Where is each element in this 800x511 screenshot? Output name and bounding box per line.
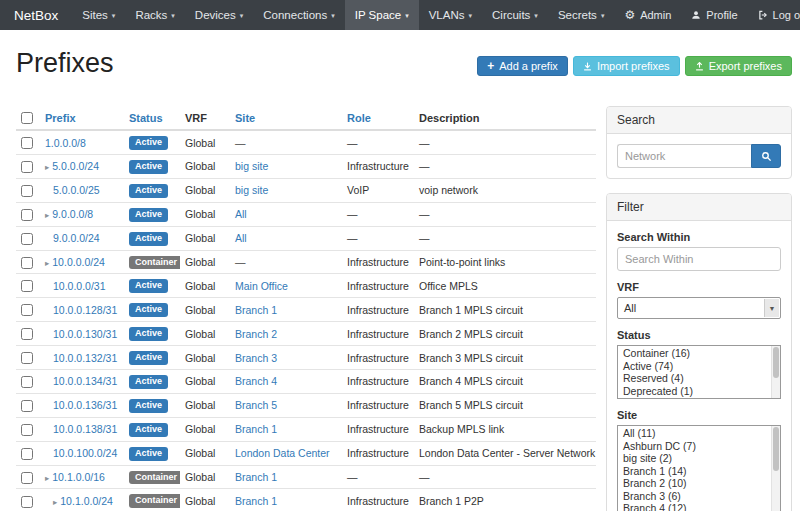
site-link[interactable]: Branch 1 bbox=[235, 495, 277, 507]
site-link[interactable]: Main Office bbox=[235, 280, 288, 292]
row-checkbox[interactable] bbox=[21, 257, 33, 269]
search-panel-title: Search bbox=[607, 107, 791, 134]
site-link[interactable]: Branch 1 bbox=[235, 471, 277, 483]
listbox-option[interactable]: Deprecated (1) bbox=[618, 385, 780, 398]
expand-arrow-icon[interactable]: ▸ bbox=[45, 258, 49, 268]
row-checkbox[interactable] bbox=[21, 185, 33, 197]
expand-arrow-icon[interactable]: ▸ bbox=[45, 162, 49, 172]
site-link[interactable]: Branch 5 bbox=[235, 399, 277, 411]
nav-item-ip-space[interactable]: IP Space▾ bbox=[345, 0, 419, 30]
export-prefixes-button[interactable]: Export prefixes bbox=[685, 56, 792, 76]
row-checkbox[interactable] bbox=[21, 161, 33, 173]
row-checkbox[interactable] bbox=[21, 376, 33, 388]
site-link[interactable]: Branch 2 bbox=[235, 328, 277, 340]
page-content: Prefixes + Add a prefix Import prefixes bbox=[0, 30, 800, 511]
vrf-select[interactable]: All ▼ bbox=[617, 297, 781, 319]
listbox-option[interactable]: Reserved (4) bbox=[618, 372, 780, 385]
status-badge: Active bbox=[129, 160, 168, 174]
column-header-description: Description bbox=[414, 106, 596, 130]
search-button[interactable] bbox=[751, 144, 781, 168]
site-link[interactable]: Branch 1 bbox=[235, 423, 277, 435]
listbox-option[interactable]: Branch 2 (10) bbox=[618, 477, 780, 490]
nav-item-racks[interactable]: Racks▾ bbox=[125, 0, 184, 30]
prefix-link[interactable]: 5.0.0.0/25 bbox=[53, 184, 100, 196]
listbox-option[interactable]: Active (74) bbox=[618, 360, 780, 373]
row-checkbox[interactable] bbox=[21, 472, 33, 484]
row-checkbox[interactable] bbox=[21, 280, 33, 292]
action-buttons: + Add a prefix Import prefixes Export pr… bbox=[477, 56, 792, 76]
nav-item-connections[interactable]: Connections▾ bbox=[253, 0, 344, 30]
nav-item-secrets[interactable]: Secrets▾ bbox=[548, 0, 615, 30]
prefix-link[interactable]: 9.0.0.0/24 bbox=[53, 232, 100, 244]
site-link[interactable]: Branch 4 bbox=[235, 375, 277, 387]
listbox-option[interactable]: All (11) bbox=[618, 427, 780, 440]
prefix-link[interactable]: 10.0.0.134/31 bbox=[53, 375, 117, 387]
site-listbox-scrollbar[interactable] bbox=[771, 426, 780, 511]
status-listbox[interactable]: Container (16)Active (74)Reserved (4)Dep… bbox=[617, 345, 781, 399]
select-all-checkbox[interactable] bbox=[21, 112, 33, 124]
prefix-link[interactable]: 5.0.0.0/24 bbox=[52, 160, 99, 172]
listbox-option[interactable]: Branch 4 (12) bbox=[618, 502, 780, 511]
prefix-link[interactable]: 9.0.0.0/8 bbox=[52, 208, 93, 220]
listbox-option[interactable]: big site (2) bbox=[618, 452, 780, 465]
site-listbox[interactable]: All (11)Ashburn DC (7)big site (2)Branch… bbox=[617, 425, 781, 511]
status-badge: Active bbox=[129, 208, 168, 222]
row-checkbox[interactable] bbox=[21, 328, 33, 340]
listbox-option[interactable]: Branch 1 (14) bbox=[618, 465, 780, 478]
add-prefix-button[interactable]: + Add a prefix bbox=[477, 56, 568, 76]
profile-link[interactable]: Profile bbox=[681, 0, 747, 30]
site-link[interactable]: big site bbox=[235, 184, 268, 196]
status-badge: Active bbox=[129, 351, 168, 365]
prefix-link[interactable]: 10.0.0.136/31 bbox=[53, 399, 117, 411]
import-prefixes-button[interactable]: Import prefixes bbox=[573, 56, 680, 76]
nav-item-vlans[interactable]: VLANs▾ bbox=[419, 0, 482, 30]
column-header-role[interactable]: Role bbox=[342, 106, 414, 130]
site-link[interactable]: big site bbox=[235, 160, 268, 172]
listbox-option[interactable]: Ashburn DC (7) bbox=[618, 440, 780, 453]
prefix-link[interactable]: 10.0.0.130/31 bbox=[53, 328, 117, 340]
listbox-option[interactable]: Branch 3 (6) bbox=[618, 490, 780, 503]
nav-item-sites[interactable]: Sites▾ bbox=[72, 0, 125, 30]
site-link[interactable]: All bbox=[235, 232, 247, 244]
nav-item-devices[interactable]: Devices▾ bbox=[185, 0, 253, 30]
column-header-site[interactable]: Site bbox=[230, 106, 342, 130]
prefix-link[interactable]: 10.1.0.0/24 bbox=[60, 495, 113, 507]
prefix-link[interactable]: 1.0.0.0/8 bbox=[45, 137, 86, 149]
expand-arrow-icon[interactable]: ▸ bbox=[45, 473, 49, 483]
listbox-option[interactable]: Container (16) bbox=[618, 347, 780, 360]
nav-item-circuits[interactable]: Circuits▾ bbox=[482, 0, 548, 30]
row-checkbox[interactable] bbox=[21, 209, 33, 221]
status-listbox-scrollbar[interactable] bbox=[771, 346, 780, 398]
top-navbar: NetBox Sites▾Racks▾Devices▾Connections▾I… bbox=[0, 0, 800, 30]
prefix-link[interactable]: 10.0.0.132/31 bbox=[53, 352, 117, 364]
site-link[interactable]: Branch 1 bbox=[235, 304, 277, 316]
prefix-link[interactable]: 10.0.100.0/24 bbox=[53, 447, 117, 459]
row-checkbox[interactable] bbox=[21, 233, 33, 245]
expand-arrow-icon[interactable]: ▸ bbox=[45, 210, 49, 220]
description-cell: Point-to-point links bbox=[414, 250, 596, 274]
expand-arrow-icon[interactable]: ▸ bbox=[53, 497, 57, 507]
admin-link[interactable]: ⚙ Admin bbox=[614, 0, 681, 30]
row-checkbox[interactable] bbox=[21, 448, 33, 460]
column-header-status[interactable]: Status bbox=[124, 106, 180, 130]
row-checkbox[interactable] bbox=[21, 400, 33, 412]
column-header-prefix[interactable]: Prefix bbox=[40, 106, 124, 130]
row-checkbox[interactable] bbox=[21, 424, 33, 436]
prefix-link[interactable]: 10.0.0.128/31 bbox=[53, 304, 117, 316]
prefix-link[interactable]: 10.0.0.0/31 bbox=[53, 280, 106, 292]
logout-link[interactable]: Log out bbox=[748, 0, 800, 30]
row-checkbox[interactable] bbox=[21, 352, 33, 364]
search-within-input[interactable] bbox=[617, 247, 781, 271]
search-input[interactable] bbox=[617, 144, 751, 168]
site-link[interactable]: Branch 3 bbox=[235, 352, 277, 364]
vrf-cell: Global bbox=[180, 393, 230, 417]
row-checkbox[interactable] bbox=[21, 304, 33, 316]
prefix-link[interactable]: 10.0.0.0/24 bbox=[52, 256, 105, 268]
site-link[interactable]: London Data Center bbox=[235, 447, 330, 459]
row-checkbox[interactable] bbox=[21, 137, 33, 149]
prefix-link[interactable]: 10.1.0.0/16 bbox=[52, 471, 105, 483]
row-checkbox[interactable] bbox=[21, 496, 33, 508]
brand-logo[interactable]: NetBox bbox=[0, 0, 72, 30]
prefix-link[interactable]: 10.0.0.138/31 bbox=[53, 423, 117, 435]
site-link[interactable]: All bbox=[235, 208, 247, 220]
